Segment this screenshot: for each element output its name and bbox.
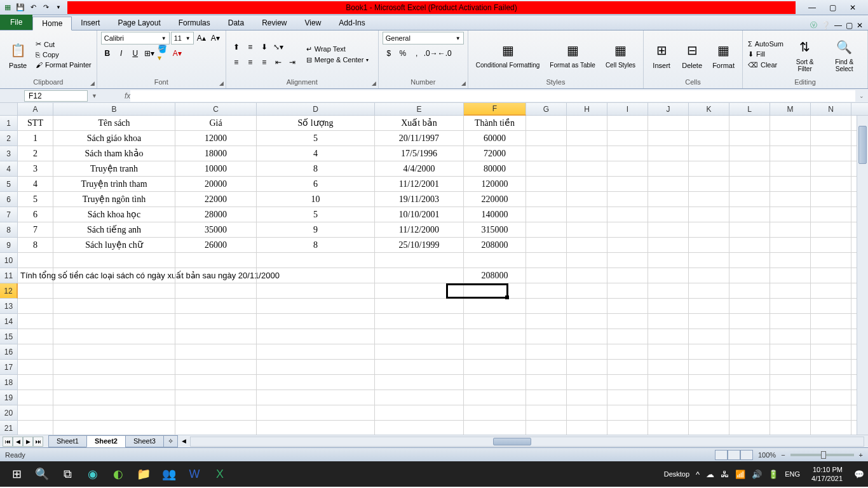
cell-E4[interactable]: 4/4/2000 (375, 161, 464, 177)
cell-K11[interactable] (689, 268, 729, 283)
cell-D13[interactable] (257, 299, 375, 314)
cell-K20[interactable] (689, 405, 729, 421)
cell-L1[interactable] (729, 116, 770, 131)
cell-I6[interactable] (607, 192, 648, 207)
cell-N12[interactable] (811, 283, 851, 299)
row-header-6[interactable]: 6 (0, 192, 18, 207)
cell-N13[interactable] (811, 299, 851, 314)
formula-input[interactable] (130, 90, 855, 102)
cell-B4[interactable]: Truyện tranh (53, 161, 175, 177)
italic-button[interactable]: I (115, 47, 128, 60)
cell-N21[interactable] (811, 421, 851, 435)
cell-J15[interactable] (648, 329, 689, 344)
row-header-18[interactable]: 18 (0, 375, 18, 390)
cell-L13[interactable] (729, 299, 770, 314)
cell-H21[interactable] (567, 421, 607, 435)
cell-B7[interactable]: Sách khoa học (53, 207, 175, 222)
cell-N8[interactable] (811, 222, 851, 238)
cell-D9[interactable]: 8 (257, 238, 375, 253)
row-header-2[interactable]: 2 (0, 131, 18, 146)
font-name-select[interactable]: Calibri▼ (101, 32, 170, 44)
cell-N6[interactable] (811, 192, 851, 207)
cell-J3[interactable] (648, 146, 689, 161)
start-button[interactable]: ⊞ (4, 463, 29, 485)
cell-N20[interactable] (811, 405, 851, 421)
excel-taskbar-icon[interactable]: X (207, 463, 233, 485)
cell-M20[interactable] (770, 405, 811, 421)
cell-I4[interactable] (607, 161, 648, 177)
cell-E19[interactable] (375, 390, 464, 405)
cell-D11[interactable] (257, 268, 375, 283)
cell-G14[interactable] (526, 314, 567, 329)
cell-D3[interactable]: 4 (257, 146, 375, 161)
cell-K8[interactable] (689, 222, 729, 238)
cell-K21[interactable] (689, 421, 729, 435)
sheet-tab-1[interactable]: Sheet1 (48, 435, 87, 447)
cell-D16[interactable] (257, 344, 375, 360)
cell-K15[interactable] (689, 329, 729, 344)
cell-F13[interactable] (464, 299, 526, 314)
tab-formulas[interactable]: Formulas (170, 16, 219, 30)
cell-J21[interactable] (648, 421, 689, 435)
tab-home[interactable]: Home (32, 17, 72, 30)
new-sheet-button[interactable]: ✧ (163, 435, 178, 447)
cell-L15[interactable] (729, 329, 770, 344)
cell-F3[interactable]: 72000 (464, 146, 526, 161)
cell-F11[interactable]: 208000 (464, 268, 526, 283)
cell-M16[interactable] (770, 344, 811, 360)
cell-M10[interactable] (770, 253, 811, 268)
cell-H5[interactable] (567, 177, 607, 192)
cell-B12[interactable] (53, 283, 175, 299)
cell-C10[interactable] (175, 253, 257, 268)
cell-A1[interactable]: STT (18, 116, 53, 131)
cell-B9[interactable]: Sách luyện chữ (53, 238, 175, 253)
align-bottom-icon[interactable]: ⬇ (258, 41, 271, 53)
cell-H4[interactable] (567, 161, 607, 177)
cell-B17[interactable] (53, 360, 175, 375)
cell-B10[interactable] (53, 253, 175, 268)
cell-F5[interactable]: 120000 (464, 177, 526, 192)
align-top-icon[interactable]: ⬆ (230, 41, 243, 53)
vscroll-thumb[interactable] (858, 126, 867, 164)
cell-N14[interactable] (811, 314, 851, 329)
cell-J9[interactable] (648, 238, 689, 253)
cell-C12[interactable] (175, 283, 257, 299)
doc-max-icon[interactable]: ▢ (846, 21, 853, 30)
cell-A2[interactable]: 1 (18, 131, 53, 146)
cell-F7[interactable]: 140000 (464, 207, 526, 222)
cell-I10[interactable] (607, 253, 648, 268)
column-header-H[interactable]: H (567, 103, 607, 116)
cell-B11[interactable] (53, 268, 175, 283)
increase-indent-icon[interactable]: ⇥ (286, 56, 299, 69)
cell-D19[interactable] (257, 390, 375, 405)
cell-I12[interactable] (607, 283, 648, 299)
cell-G9[interactable] (526, 238, 567, 253)
cell-F2[interactable]: 60000 (464, 131, 526, 146)
cell-J17[interactable] (648, 360, 689, 375)
cell-N19[interactable] (811, 390, 851, 405)
qat-dropdown-icon[interactable]: ▼ (53, 3, 64, 13)
cell-C19[interactable] (175, 390, 257, 405)
cell-G3[interactable] (526, 146, 567, 161)
cell-A6[interactable]: 5 (18, 192, 53, 207)
cell-A9[interactable]: 8 (18, 238, 53, 253)
column-header-I[interactable]: I (607, 103, 648, 116)
cell-G17[interactable] (526, 360, 567, 375)
tab-insert[interactable]: Insert (72, 16, 109, 30)
cell-J5[interactable] (648, 177, 689, 192)
cell-C5[interactable]: 20000 (175, 177, 257, 192)
save-icon[interactable]: 💾 (15, 3, 25, 13)
cell-A16[interactable] (18, 344, 53, 360)
cell-F17[interactable] (464, 360, 526, 375)
cell-B6[interactable]: Truyện ngôn tình (53, 192, 175, 207)
cell-D12[interactable] (257, 283, 375, 299)
cell-M9[interactable] (770, 238, 811, 253)
cell-G13[interactable] (526, 299, 567, 314)
onedrive-icon[interactable]: ☁ (706, 470, 714, 479)
cell-B3[interactable]: Sách tham khảo (53, 146, 175, 161)
cell-M5[interactable] (770, 177, 811, 192)
font-size-select[interactable]: 11▼ (171, 32, 194, 44)
conditional-formatting-button[interactable]: ▦Conditional Formatting (472, 39, 544, 70)
column-header-E[interactable]: E (375, 103, 464, 116)
cell-N4[interactable] (811, 161, 851, 177)
